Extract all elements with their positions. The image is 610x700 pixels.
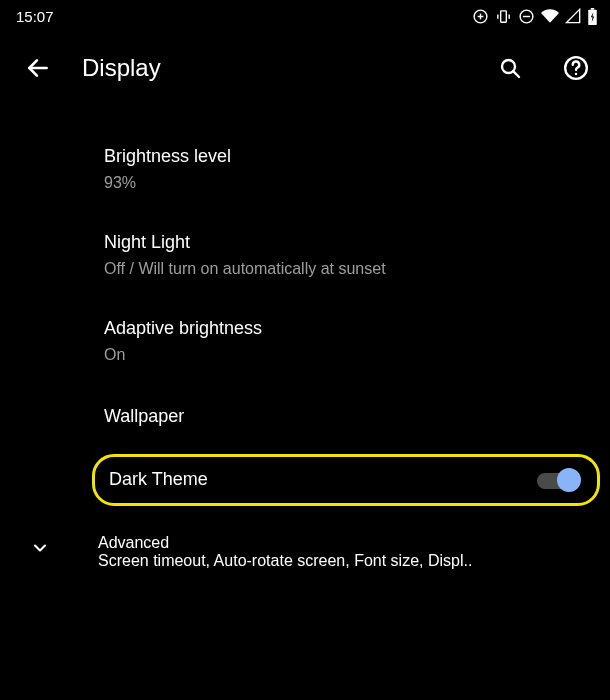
svg-line-12 bbox=[513, 71, 519, 77]
vibrate-icon bbox=[495, 8, 512, 25]
wallpaper-item[interactable]: Wallpaper bbox=[0, 384, 610, 448]
item-subtitle: On bbox=[104, 344, 586, 366]
toggle-thumb bbox=[557, 468, 581, 492]
item-title: Brightness level bbox=[104, 144, 586, 168]
svg-point-14 bbox=[575, 73, 577, 75]
item-title: Night Light bbox=[104, 230, 586, 254]
settings-list: Brightness level 93% Night Light Off / W… bbox=[0, 102, 610, 588]
back-button[interactable] bbox=[22, 52, 54, 84]
page-title: Display bbox=[82, 54, 466, 82]
brightness-level-item[interactable]: Brightness level 93% bbox=[0, 126, 610, 212]
search-button[interactable] bbox=[494, 52, 526, 84]
status-bar: 15:07 bbox=[0, 0, 610, 30]
add-circle-icon bbox=[472, 8, 489, 25]
search-icon bbox=[498, 56, 522, 80]
battery-charging-icon bbox=[587, 8, 598, 25]
app-bar: Display bbox=[0, 30, 610, 102]
status-time: 15:07 bbox=[16, 8, 54, 25]
arrow-left-icon bbox=[25, 55, 51, 81]
item-title: Dark Theme bbox=[109, 469, 208, 490]
item-subtitle: 93% bbox=[104, 172, 586, 194]
item-subtitle: Screen timeout, Auto-rotate screen, Font… bbox=[98, 552, 586, 570]
help-icon bbox=[563, 55, 589, 81]
dark-theme-toggle[interactable] bbox=[537, 467, 579, 493]
svg-rect-3 bbox=[501, 10, 507, 21]
dnd-icon bbox=[518, 8, 535, 25]
chevron-down-icon bbox=[30, 538, 50, 562]
help-button[interactable] bbox=[560, 52, 592, 84]
item-subtitle: Off / Will turn on automatically at suns… bbox=[104, 258, 586, 280]
svg-rect-9 bbox=[591, 8, 594, 10]
night-light-item[interactable]: Night Light Off / Will turn on automatic… bbox=[0, 212, 610, 298]
item-title: Wallpaper bbox=[104, 404, 586, 428]
dark-theme-item[interactable]: Dark Theme bbox=[92, 454, 600, 506]
item-title: Adaptive brightness bbox=[104, 316, 586, 340]
item-title: Advanced bbox=[98, 534, 586, 552]
wifi-icon bbox=[541, 7, 559, 25]
cell-signal-icon bbox=[565, 8, 581, 24]
status-icons bbox=[472, 7, 598, 25]
advanced-item[interactable]: Advanced Screen timeout, Auto-rotate scr… bbox=[0, 512, 610, 588]
adaptive-brightness-item[interactable]: Adaptive brightness On bbox=[0, 298, 610, 384]
